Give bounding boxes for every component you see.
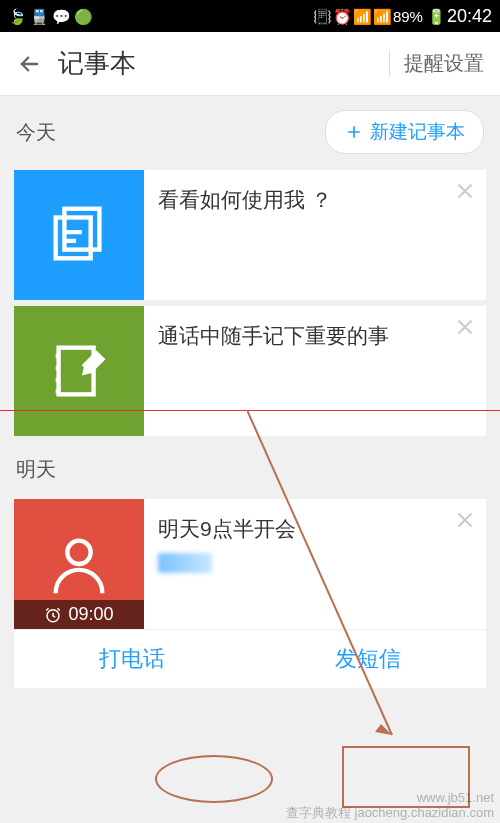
new-note-label: 新建记事本 [370, 119, 465, 145]
leaf-icon: 🍃 [8, 8, 24, 24]
section-label-today: 今天 [16, 119, 56, 146]
section-tomorrow: 明天 [0, 442, 500, 493]
note-tile-green [14, 306, 144, 436]
status-right: 📳 ⏰ 📶 📶 89% 🔋 20:42 [313, 6, 492, 27]
vibrate-icon: 📳 [313, 8, 329, 24]
action-bar: 打电话 发短信 [14, 629, 486, 688]
close-icon[interactable] [452, 314, 478, 340]
shield-icon: 🟢 [74, 8, 90, 24]
close-icon[interactable] [452, 507, 478, 533]
battery-pct: 89% [393, 8, 423, 25]
alarm-time: 09:00 [68, 604, 113, 625]
call-button[interactable]: 打电话 [14, 630, 250, 688]
reminder-settings-button[interactable]: 提醒设置 [389, 50, 484, 77]
svg-rect-0 [64, 209, 99, 250]
blurred-tag [158, 553, 212, 573]
plus-icon [344, 122, 364, 142]
notebook-pencil-icon [44, 336, 114, 406]
new-note-button[interactable]: 新建记事本 [325, 110, 484, 154]
svg-marker-6 [375, 724, 392, 735]
document-icon [44, 200, 114, 270]
note-text: 通话中随手记下重要的事 [144, 306, 486, 436]
clock-icon [44, 606, 62, 624]
annotation-oval [155, 755, 273, 803]
signal-icon: 📶 [373, 8, 389, 24]
section-label-tomorrow: 明天 [16, 456, 56, 483]
back-icon[interactable] [16, 50, 44, 78]
wechat-icon: 💬 [52, 8, 68, 24]
note-body: 明天9点半开会 [144, 499, 486, 629]
person-icon [44, 529, 114, 599]
section-today: 今天 新建记事本 [0, 96, 500, 164]
note-card[interactable]: 09:00 明天9点半开会 [14, 499, 486, 629]
wifi-icon: 📶 [353, 8, 369, 24]
page-title: 记事本 [58, 46, 136, 81]
note-card[interactable]: 看看如何使用我 ？ [14, 170, 486, 300]
sms-button[interactable]: 发短信 [250, 630, 486, 688]
status-left: 🍃 🚆 💬 🟢 [8, 8, 90, 24]
watermark: www.jb51.net 查字典教程 jaocheng.chazidian.co… [286, 790, 494, 821]
note-card[interactable]: 通话中随手记下重要的事 [14, 306, 486, 436]
alarm-badge: 09:00 [14, 600, 144, 629]
note-text: 看看如何使用我 ？ [144, 170, 486, 300]
close-icon[interactable] [452, 178, 478, 204]
train-icon: 🚆 [30, 8, 46, 24]
note-tile-blue [14, 170, 144, 300]
status-bar: 🍃 🚆 💬 🟢 📳 ⏰ 📶 📶 89% 🔋 20:42 [0, 0, 500, 32]
note-text: 明天9点半开会 [158, 515, 472, 543]
battery-icon: 🔋 [427, 8, 443, 24]
svg-point-3 [67, 541, 90, 564]
note-tile-red: 09:00 [14, 499, 144, 629]
clock: 20:42 [447, 6, 492, 27]
annotation-red-line [0, 410, 500, 411]
svg-rect-1 [56, 218, 91, 259]
alarm-icon: ⏰ [333, 8, 349, 24]
app-header: 记事本 提醒设置 [0, 32, 500, 96]
